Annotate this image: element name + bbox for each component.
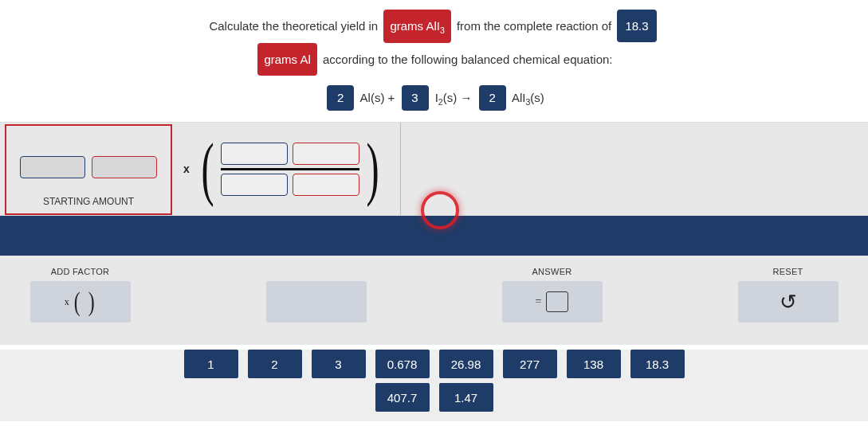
species-1: Al(s) [360, 91, 385, 104]
conversion-factor[interactable]: ( ) [196, 139, 385, 199]
paren-right-icon: ) [367, 139, 379, 199]
chip-starting-mass: 18.3 [617, 10, 656, 42]
number-tile[interactable]: 26.98 [439, 350, 493, 378]
coef-1: 2 [327, 85, 354, 111]
number-tile[interactable]: 3 [312, 350, 366, 378]
number-choices: 1230.67826.9827713818.3 407.71.47 [0, 350, 868, 421]
multiply-symbol: x [183, 162, 190, 175]
answer-slot-icon [546, 291, 568, 312]
start-unit-slot[interactable] [92, 156, 157, 178]
number-tile[interactable]: 0.678 [375, 350, 430, 378]
question-prompt: Calculate the theoretical yield in grams… [0, 0, 868, 79]
balanced-equation: 2 Al(s) + 3 I2(s) → 2 AlI3(s) [0, 85, 868, 111]
cursor-indicator-icon [421, 191, 459, 229]
controls-row: ADD FACTOR x ( ) ANSWER = RESET ↺ [0, 256, 868, 345]
reset-label: RESET [738, 267, 839, 276]
prompt-text-2: from the complete reaction of [457, 19, 611, 33]
add-factor-label: ADD FACTOR [30, 267, 131, 276]
chip-target-substance: grams AlI3 [383, 10, 450, 43]
add-factor-button[interactable]: x ( ) [30, 281, 131, 322]
number-tile[interactable]: 1 [184, 350, 238, 378]
coef-3: 2 [479, 85, 506, 111]
denominator-value-slot[interactable] [221, 174, 288, 196]
number-tile[interactable]: 18.3 [630, 350, 685, 378]
number-tile[interactable]: 277 [503, 350, 557, 378]
drop-target[interactable] [266, 281, 367, 322]
number-tile[interactable]: 407.7 [375, 383, 430, 412]
reset-icon: ↺ [780, 290, 797, 315]
starting-amount-label: STARTING AMOUNT [6, 196, 171, 207]
starting-amount-box[interactable]: STARTING AMOUNT [5, 124, 172, 215]
prompt-text-3: according to the following balanced chem… [323, 53, 613, 66]
species-3: AlI3(s) [512, 91, 544, 104]
prompt-text-1: Calculate the theoretical yield in [209, 19, 378, 33]
reset-button[interactable]: ↺ [738, 281, 839, 322]
number-tile[interactable]: 1.47 [439, 383, 493, 412]
coef-2: 3 [402, 85, 429, 111]
denominator-unit-slot[interactable] [293, 174, 359, 196]
start-value-slot[interactable] [20, 156, 85, 178]
answer-button[interactable]: = [502, 281, 603, 322]
chip-starting-substance: grams Al [257, 43, 316, 76]
paren-left-icon: ( [201, 139, 214, 199]
species-2: I2(s) [435, 91, 458, 104]
numerator-value-slot[interactable] [221, 143, 288, 165]
numerator-unit-slot[interactable] [293, 143, 359, 165]
divider [400, 123, 401, 215]
number-tile[interactable]: 138 [567, 350, 621, 378]
number-tile[interactable]: 2 [248, 350, 302, 378]
answer-label: ANSWER [502, 267, 603, 276]
fraction-bar [221, 168, 359, 170]
